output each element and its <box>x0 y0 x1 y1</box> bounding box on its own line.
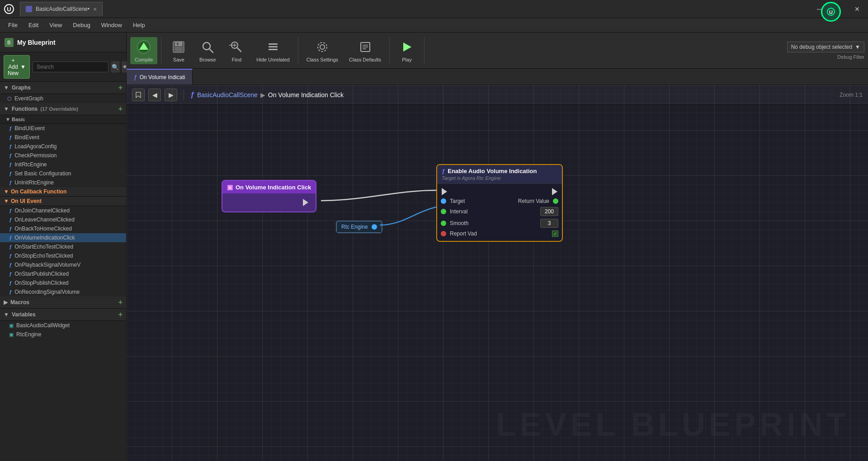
graphs-add-btn[interactable]: + <box>118 84 123 92</box>
variables-section-header[interactable]: ▼ Variables + <box>0 309 126 321</box>
ui-event-collapse-arrow: ▼ <box>4 198 9 204</box>
func-node[interactable]: ƒ Enable Audio Volume Indication Target … <box>436 164 563 242</box>
graphs-section-header[interactable]: ▼ Graphs + <box>0 82 126 94</box>
smooth-value[interactable]: 3 <box>540 219 558 228</box>
func-join-channel[interactable]: ƒ OnJoinChannelClicked <box>0 206 126 215</box>
volume-indication-tab[interactable]: ƒ On Volume Indicati <box>127 69 193 85</box>
func-label-1: BindUIEvent <box>14 125 45 132</box>
smooth-in-pin[interactable] <box>441 221 446 226</box>
main-tab[interactable]: BasicAudioCallScene• ✕ <box>20 2 103 16</box>
menu-help[interactable]: Help <box>128 20 150 30</box>
func-node-symbol: ƒ <box>442 168 445 174</box>
func-playback-signal[interactable]: ƒ OnPlaybackSignalVolumeV <box>0 260 126 269</box>
report-vad-in-pin[interactable] <box>441 231 446 236</box>
rtc-engine-node[interactable]: Rtc Engine <box>336 221 382 233</box>
interval-row: Interval 200 <box>437 206 562 217</box>
interval-in-pin[interactable] <box>441 209 446 214</box>
play-button[interactable]: Play <box>393 37 420 64</box>
func-node-body: Target Return Value Interval <box>437 184 562 241</box>
svg-text:U: U <box>829 9 833 15</box>
func-label-j9: OnStopPublishClicked <box>14 280 68 286</box>
macros-add-btn[interactable]: + <box>118 298 123 306</box>
right-area: Compile Save <box>127 33 868 461</box>
interval-value[interactable]: 200 <box>540 207 558 216</box>
func-set-basic-config[interactable]: ƒ Set Basic Configuration <box>0 169 126 178</box>
functions-overridable: (17 Overridable) <box>40 106 78 112</box>
menu-debug[interactable]: Debug <box>68 20 94 30</box>
func-back-to-home[interactable]: ƒ OnBackToHomeClicked <box>0 224 126 233</box>
var-rtc-engine[interactable]: ▣ RtcEngine <box>0 330 126 339</box>
toolbar: Compile Save <box>127 33 868 69</box>
func-exec-in-pin[interactable] <box>441 188 448 195</box>
func-recording-signal[interactable]: ƒ OnRecordingSignalVolume <box>0 287 126 296</box>
svg-point-19 <box>320 45 325 49</box>
smooth-row: Smooth 3 <box>437 217 562 229</box>
menu-file[interactable]: File <box>4 20 22 30</box>
ue-activity-icon[interactable]: U <box>821 2 841 22</box>
func-icon-1: ƒ <box>9 126 12 131</box>
func-start-echo-test[interactable]: ƒ OnStartEchoTestClicked <box>0 242 126 251</box>
on-callback-header[interactable]: ▼ On Callback Function <box>0 187 126 197</box>
func-uninit-rtc-engine[interactable]: ƒ UnInitRtcEngine <box>0 178 126 187</box>
menu-edit[interactable]: Edit <box>24 20 43 30</box>
window-controls: U ─ □ ✕ <box>810 3 868 15</box>
func-stop-echo-test[interactable]: ƒ OnStopEchoTestClicked <box>0 251 126 260</box>
compile-button[interactable]: Compile <box>130 37 157 64</box>
rtc-engine-out-pin[interactable] <box>372 224 377 230</box>
save-button[interactable]: Save <box>165 37 192 64</box>
search-icon-btn[interactable]: 🔍 <box>111 61 119 72</box>
blueprint-icon: B <box>5 38 14 47</box>
func-icon-j1: ƒ <box>9 208 12 213</box>
func-icon-j8: ƒ <box>9 271 12 277</box>
func-icon-j7: ƒ <box>9 262 12 268</box>
browse-label: Browse <box>199 57 216 62</box>
report-vad-checkbox[interactable] <box>552 230 558 237</box>
return-value-out-pin[interactable] <box>553 198 558 204</box>
browse-button[interactable]: Browse <box>194 37 221 64</box>
search-icon: 🔍 <box>112 64 119 71</box>
add-new-button[interactable]: + Add New ▼ <box>4 55 30 79</box>
hide-unrelated-button[interactable]: Hide Unrelated <box>252 37 294 64</box>
menu-view[interactable]: View <box>45 20 66 30</box>
func-start-publish[interactable]: ƒ OnStartPublishClicked <box>0 269 126 278</box>
search-input[interactable] <box>33 61 108 72</box>
save-icon <box>170 39 187 55</box>
func-volume-indication[interactable]: ƒ OnVolumeIndicationClick <box>0 233 126 242</box>
titlebar: U BasicAudioCallScene• ✕ U ─ □ ✕ <box>0 0 868 18</box>
func-leave-channel[interactable]: ƒ OnLeaveChannelClicked <box>0 215 126 224</box>
event-graph-icon: ⬡ <box>7 96 12 102</box>
debug-select[interactable]: No debug object selected ▼ <box>787 42 864 52</box>
functions-add-btn[interactable]: + <box>118 105 123 113</box>
find-button[interactable]: Find <box>223 37 250 64</box>
func-icon-4: ƒ <box>9 153 12 158</box>
class-settings-button[interactable]: Class Settings <box>302 37 343 64</box>
func-stop-publish[interactable]: ƒ OnStopPublishClicked <box>0 278 126 287</box>
on-ui-event-header[interactable]: ▼ On UI Event <box>0 197 126 206</box>
event-node[interactable]: ▣ On Volume Indication Click <box>222 180 316 212</box>
func-check-permission[interactable]: ƒ CheckPermission <box>0 151 126 160</box>
rtc-engine-node-header: Rtc Engine <box>337 221 382 232</box>
func-load-agora-config[interactable]: ƒ LoadAgoraConfig <box>0 142 126 151</box>
class-defaults-button[interactable]: Class Defaults <box>344 37 386 64</box>
close-btn[interactable]: ✕ <box>848 3 866 15</box>
tab-close-btn[interactable]: ✕ <box>93 7 97 12</box>
func-bind-event[interactable]: ƒ BindEvent <box>0 133 126 142</box>
basic-subsection-header[interactable]: ▼ Basic <box>0 115 126 124</box>
var-basic-audio-call-widget[interactable]: ▣ BasicAudioCallWidget <box>0 321 126 330</box>
func-bind-ui-event[interactable]: ƒ BindUIEvent <box>0 124 126 133</box>
func-exec-out-pin[interactable] <box>551 188 558 195</box>
functions-section-header[interactable]: ▼ Functions (17 Overridable) + <box>0 103 126 115</box>
event-exec-out-pin[interactable] <box>302 199 309 206</box>
variables-add-btn[interactable]: + <box>118 310 123 319</box>
func-node-subtitle: Target is Agora Rtc Engine <box>442 175 557 181</box>
macros-section-header[interactable]: ▶ Macros + <box>0 296 126 309</box>
target-in-pin[interactable] <box>441 198 446 204</box>
func-init-rtc-engine[interactable]: ƒ InitRtcEngine <box>0 160 126 169</box>
canvas-area[interactable]: ◀ ▶ ƒ BasicAudioCallScene ▶ On Volume In… <box>127 85 868 461</box>
event-graph-item[interactable]: ⬡ EventGraph <box>0 94 126 103</box>
event-node-title: On Volume Indication Click <box>236 184 311 191</box>
class-defaults-label: Class Defaults <box>349 57 381 62</box>
func-label-3: LoadAgoraConfig <box>14 143 57 150</box>
menu-window[interactable]: Window <box>97 20 127 30</box>
func-label-6: Set Basic Configuration <box>14 170 71 177</box>
